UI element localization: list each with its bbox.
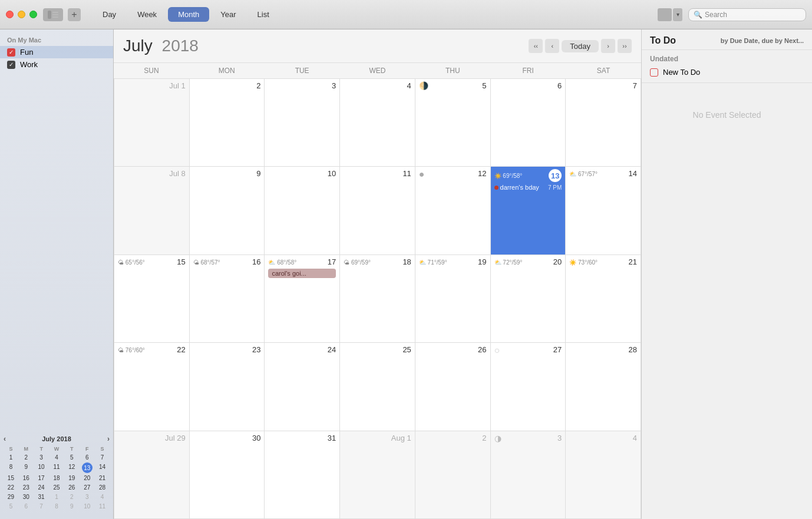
cell-aug3[interactable]: ◑ 3 xyxy=(491,431,566,519)
mini-day-11[interactable]: 11 xyxy=(49,462,64,473)
cell-28[interactable]: 28 xyxy=(566,343,641,431)
cell-jul29[interactable]: Jul 29 xyxy=(114,431,190,519)
mini-day-aug6[interactable]: 6 xyxy=(19,502,34,511)
tab-year[interactable]: Year xyxy=(210,7,246,22)
mini-day-19[interactable]: 19 xyxy=(64,474,79,482)
sidebar-item-work[interactable]: ✓ Work xyxy=(0,58,113,71)
todo-item-new[interactable]: New To Do xyxy=(642,65,812,79)
search-box[interactable]: 🔍 Search xyxy=(688,8,806,21)
cell-7[interactable]: 7 xyxy=(566,79,641,167)
tab-week[interactable]: Week xyxy=(127,7,167,22)
cell-17[interactable]: ⛅ 68°/58° 17 carol's goi... xyxy=(265,255,340,343)
cell-25[interactable]: 25 xyxy=(340,343,415,431)
cell-10[interactable]: 10 xyxy=(265,167,340,254)
mini-day-13[interactable]: 13 xyxy=(82,462,93,473)
mini-day-23[interactable]: 23 xyxy=(19,483,34,492)
mini-day-aug7[interactable]: 7 xyxy=(34,502,49,511)
mini-day-25[interactable]: 25 xyxy=(49,483,64,492)
mini-day-29[interactable]: 29 xyxy=(4,492,18,501)
mini-day-5[interactable]: 5 xyxy=(64,453,79,462)
mini-day-aug9[interactable]: 9 xyxy=(64,502,79,511)
todo-checkbox-new[interactable] xyxy=(650,68,658,77)
mini-day-aug8[interactable]: 8 xyxy=(49,502,64,511)
mini-day-4[interactable]: 4 xyxy=(49,453,64,462)
sidebar-item-fun[interactable]: ✓ Fun xyxy=(0,46,113,58)
cell-15[interactable]: 🌤 65°/56° 15 xyxy=(114,255,190,343)
cell-14[interactable]: ⛅ 67°/57° 14 xyxy=(566,167,641,254)
mini-day-7[interactable]: 7 xyxy=(95,453,110,462)
grid-view-button[interactable] xyxy=(658,8,672,21)
mini-day-aug3[interactable]: 3 xyxy=(80,492,94,501)
tab-month[interactable]: Month xyxy=(168,7,209,22)
cell-23[interactable]: 23 xyxy=(190,343,265,431)
add-button[interactable]: + xyxy=(68,8,81,21)
mini-day-aug2[interactable]: 2 xyxy=(64,492,79,501)
cell-13-today[interactable]: ☀️ 69°/58° 13 darren's bday 7 PM xyxy=(491,167,566,254)
work-checkbox[interactable]: ✓ xyxy=(7,61,15,69)
cal-next-button[interactable]: › xyxy=(601,39,615,53)
mini-day-24[interactable]: 24 xyxy=(34,483,49,492)
cal-next-next-button[interactable]: ›› xyxy=(618,39,632,53)
cell-aug1[interactable]: Aug 1 xyxy=(340,431,415,519)
mini-day-1[interactable]: 1 xyxy=(4,453,18,462)
mini-day-8[interactable]: 8 xyxy=(4,462,18,473)
mini-day-26[interactable]: 26 xyxy=(64,483,79,492)
tab-day[interactable]: Day xyxy=(93,7,126,22)
cell-jul8[interactable]: Jul 8 xyxy=(114,167,190,254)
cell-9[interactable]: 9 xyxy=(190,167,265,254)
cell-5[interactable]: 🌗 5 xyxy=(415,79,491,167)
mini-day-16[interactable]: 16 xyxy=(19,474,34,482)
cell-jul1[interactable]: Jul 1 xyxy=(114,79,190,167)
mini-day-12[interactable]: 12 xyxy=(64,462,79,473)
cell-6[interactable]: 6 xyxy=(491,79,566,167)
cal-prev-prev-button[interactable]: ‹‹ xyxy=(529,39,543,53)
close-button[interactable] xyxy=(6,11,14,18)
cell-19[interactable]: ⛅ 71°/59° 19 xyxy=(415,255,491,343)
mini-day-3[interactable]: 3 xyxy=(34,453,49,462)
cell-27[interactable]: ○ 27 xyxy=(491,343,566,431)
cal-prev-button[interactable]: ‹ xyxy=(545,39,559,53)
cell-aug4[interactable]: 4 xyxy=(566,431,641,519)
mini-day-14[interactable]: 14 xyxy=(95,462,110,473)
event-carols[interactable]: carol's goi... xyxy=(268,269,336,278)
cell-31[interactable]: 31 xyxy=(265,431,340,519)
mini-day-aug11[interactable]: 11 xyxy=(95,502,110,511)
cell-3[interactable]: 3 xyxy=(265,79,340,167)
mini-day-aug10[interactable]: 10 xyxy=(80,502,94,511)
mini-day-27[interactable]: 27 xyxy=(80,483,94,492)
mini-day-31[interactable]: 31 xyxy=(34,492,49,501)
mini-day-2[interactable]: 2 xyxy=(19,453,34,462)
mini-day-10[interactable]: 10 xyxy=(34,462,49,473)
event-darrens-bday[interactable]: darren's bday 7 PM xyxy=(494,184,562,191)
cell-24[interactable]: 24 xyxy=(265,343,340,431)
mini-day-9[interactable]: 9 xyxy=(19,462,34,473)
mini-day-18[interactable]: 18 xyxy=(49,474,64,482)
mini-day-aug5[interactable]: 5 xyxy=(4,502,18,511)
cell-2[interactable]: 2 xyxy=(190,79,265,167)
cell-18[interactable]: 🌤 69°/59° 18 xyxy=(340,255,415,343)
cell-16[interactable]: 🌤 68°/57° 16 xyxy=(190,255,265,343)
mini-day-aug4[interactable]: 4 xyxy=(95,492,110,501)
mini-day-30[interactable]: 30 xyxy=(19,492,34,501)
mini-day-aug1[interactable]: 1 xyxy=(49,492,64,501)
cell-30[interactable]: 30 xyxy=(190,431,265,519)
mini-day-6[interactable]: 6 xyxy=(80,453,94,462)
cell-22[interactable]: 🌤 76°/60° 22 xyxy=(114,343,190,431)
rp-sort-label[interactable]: by Due Date, due by Next... xyxy=(721,37,804,44)
mini-cal-prev[interactable]: ‹ xyxy=(4,435,6,443)
fun-checkbox[interactable]: ✓ xyxy=(7,48,15,57)
cell-26[interactable]: 26 xyxy=(415,343,491,431)
sidebar-toggle-icon[interactable] xyxy=(43,8,63,21)
cell-20[interactable]: ⛅ 72°/59° 20 xyxy=(491,255,566,343)
cell-4[interactable]: 4 xyxy=(340,79,415,167)
mini-cal-next[interactable]: › xyxy=(107,435,110,443)
tab-list[interactable]: List xyxy=(247,7,279,22)
cell-11[interactable]: 11 xyxy=(340,167,415,254)
mini-day-28[interactable]: 28 xyxy=(95,483,110,492)
mini-day-15[interactable]: 15 xyxy=(4,474,18,482)
cell-12[interactable]: ● 12 xyxy=(415,167,491,254)
view-arrow-button[interactable]: ▾ xyxy=(673,8,682,21)
maximize-button[interactable] xyxy=(29,11,37,18)
cell-21[interactable]: ☀️ 73°/60° 21 xyxy=(566,255,641,343)
mini-day-21[interactable]: 21 xyxy=(95,474,110,482)
